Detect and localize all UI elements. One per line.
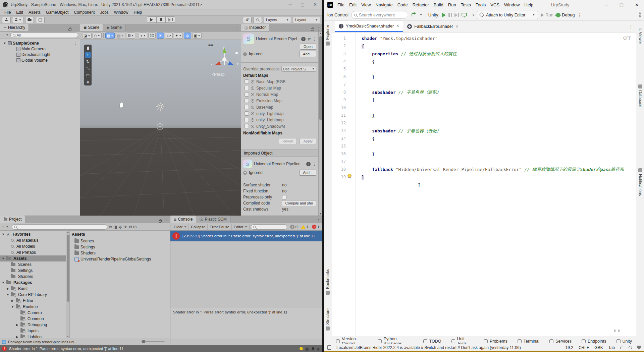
rider-menu-item[interactable]: Code	[395, 2, 410, 8]
error-pause-button[interactable]: Error Pause	[208, 224, 232, 230]
close-tab-icon[interactable]: ✕	[455, 24, 459, 29]
code-line[interactable]	[362, 119, 636, 127]
project-tree-item[interactable]: ▼Assets	[0, 255, 66, 261]
bookmarks-tool-tab[interactable]: Bookmarks	[325, 269, 330, 295]
code-line[interactable]	[362, 65, 636, 73]
view-hand-tool[interactable]	[85, 45, 91, 51]
camera-settings-dropdown[interactable]: ▣▼	[192, 33, 202, 39]
help-icon[interactable]: ?	[306, 162, 311, 166]
services-button[interactable]	[36, 17, 45, 23]
tab-fallbackerror[interactable]: FallbackError.shader ✕	[403, 21, 463, 32]
search-by-type-icon[interactable]: ◨	[113, 225, 117, 229]
readonly-lock-icon[interactable]	[620, 347, 623, 349]
ignored-toggle-icon[interactable]	[243, 171, 247, 175]
expand-arrow-icon[interactable]: ▼	[1, 281, 5, 284]
tool-window-button[interactable]: Unity	[616, 339, 632, 344]
code-line[interactable]: {	[362, 58, 636, 65]
run-button[interactable]: Run	[541, 12, 553, 17]
lock-icon[interactable]	[311, 28, 314, 31]
project-tree-item[interactable]: ▶Editor	[0, 298, 66, 304]
rider-menu-item[interactable]: Run	[446, 2, 459, 8]
unity-menu-item[interactable]: Help	[131, 10, 145, 15]
tab-ymckbasicshader[interactable]: YmckBasicShader.shader ✕	[335, 21, 403, 32]
unity-minimize-button[interactable]: ─	[289, 2, 292, 7]
rider-menu-item[interactable]: File	[335, 2, 347, 8]
rect-tool[interactable]: ▭	[85, 72, 91, 78]
highlight-level-icon[interactable]	[637, 346, 641, 350]
rider-close-button[interactable]: ✕	[635, 2, 639, 7]
code-line[interactable]: shader "Ymck.top/BasicShader"	[362, 35, 636, 42]
expand-arrow-icon[interactable]: ▶	[15, 335, 19, 338]
inspector-tab[interactable]: ⓘInspector	[241, 24, 269, 31]
unity-menu-item[interactable]: Jobs	[98, 10, 111, 15]
search-everywhere-input[interactable]: Search everywhere	[351, 11, 408, 19]
search-button[interactable]	[253, 17, 262, 23]
project-tree-item[interactable]: ▼Core RP Library	[0, 292, 66, 298]
rider-menu-item[interactable]: Build	[431, 2, 446, 8]
expand-arrow-icon[interactable]: ▶	[11, 299, 14, 302]
code-line[interactable]	[362, 142, 636, 150]
map-checkbox[interactable]	[245, 124, 249, 128]
rider-menu-item[interactable]: Tests	[459, 2, 473, 8]
run-config-select[interactable]: Attach to Unity Editor ▼	[477, 11, 538, 19]
lighting-toggle[interactable]: ☀	[157, 33, 164, 39]
perspective-label[interactable]: <Persp	[212, 72, 224, 77]
pause-button[interactable]	[156, 16, 166, 23]
code-line[interactable]: }	[362, 73, 636, 81]
project-tree-item[interactable]: All Models	[0, 243, 66, 249]
menu-icon[interactable]: ⋮	[313, 37, 316, 41]
transform-tool[interactable]: ◈	[85, 79, 91, 85]
editor-dropdown[interactable]: Editor▼	[232, 224, 250, 230]
structure-tool-tab[interactable]: Structure	[325, 308, 330, 331]
project-tab[interactable]: Project	[0, 216, 25, 223]
settings-gear-icon[interactable]	[639, 12, 641, 17]
rider-menu-item[interactable]: Edit	[347, 2, 359, 8]
hidden-count-badge[interactable]: Ø18	[129, 225, 137, 229]
error-count-badge[interactable]: !1	[310, 225, 321, 229]
game-tab[interactable]: ◉Game	[103, 24, 125, 31]
scene-viewport[interactable]: ✛ ↻ ⤡ ▭ ◈ == y x z <Persp	[80, 40, 241, 216]
scene-options-icon[interactable]: ⋮	[73, 41, 80, 45]
clear-button[interactable]: Clear▼	[172, 224, 189, 230]
hierarchy-item[interactable]: Directional Light	[0, 52, 80, 57]
undo-history-button[interactable]: ↺	[243, 17, 252, 23]
panel-menu-icon[interactable]: ⋮	[235, 27, 239, 31]
tool-window-button[interactable]: TODO	[423, 339, 441, 344]
code-line[interactable]: }	[362, 173, 636, 181]
unity-menu-item[interactable]: GameObject	[44, 10, 71, 15]
project-tree-item[interactable]: Scenes	[0, 261, 66, 268]
global-volume-gizmo[interactable]	[156, 123, 164, 130]
panel-menu-icon[interactable]: ⋮	[164, 219, 168, 223]
info-count-badge[interactable]: !0	[288, 225, 299, 229]
code-line[interactable]: subshader // 子着色器（高配）	[362, 89, 636, 96]
draw-mode-dropdown[interactable]: ◪▼	[82, 33, 92, 39]
search-by-label-icon[interactable]: ⬖	[119, 225, 122, 229]
project-tree-item[interactable]: ▶Burst	[0, 286, 66, 292]
bell-icon[interactable]: 🔔︎	[311, 347, 315, 351]
project-tree-item[interactable]: ▶Lighting	[0, 334, 66, 338]
scene-tab[interactable]: ▦Scene	[80, 24, 103, 31]
code-line[interactable]: {	[362, 96, 636, 104]
code-editor[interactable]: 12345678910111213141516171819 shader "Ym…	[332, 33, 636, 336]
expand-arrow-icon[interactable]: ▶	[6, 287, 10, 290]
map-checkbox[interactable]	[245, 92, 249, 97]
code-line[interactable]	[362, 81, 636, 89]
unity-play-icon[interactable]	[442, 13, 446, 17]
intention-bulb-icon[interactable]	[347, 174, 352, 178]
2d-toggle[interactable]: 2D	[148, 33, 156, 39]
ignored-toggle-icon[interactable]	[243, 52, 247, 56]
create-asset-button[interactable]: +	[2, 224, 4, 229]
grid-snap-toggle[interactable]: ▦▼	[105, 33, 115, 39]
project-search-input[interactable]	[12, 224, 107, 230]
asset-item[interactable]: UniversalRenderPipelineGlobalSettings	[70, 256, 170, 262]
tab-options-icon[interactable]: ⋮	[629, 24, 636, 29]
audio-toggle[interactable]: ◁×	[165, 33, 173, 39]
project-tree-item[interactable]: Inputs	[0, 328, 66, 334]
expand-arrow-icon[interactable]: ▶	[15, 323, 19, 327]
project-tree-scrollbar[interactable]: ▲ ▼	[66, 231, 70, 338]
il-viewer-tool-tab[interactable]: IL Viewer	[638, 27, 643, 44]
layers-dropdown[interactable]: Layers▼	[264, 17, 291, 23]
code-line[interactable]	[362, 104, 636, 112]
code-line[interactable]: }	[362, 112, 636, 119]
code-line[interactable]: {	[362, 42, 636, 50]
